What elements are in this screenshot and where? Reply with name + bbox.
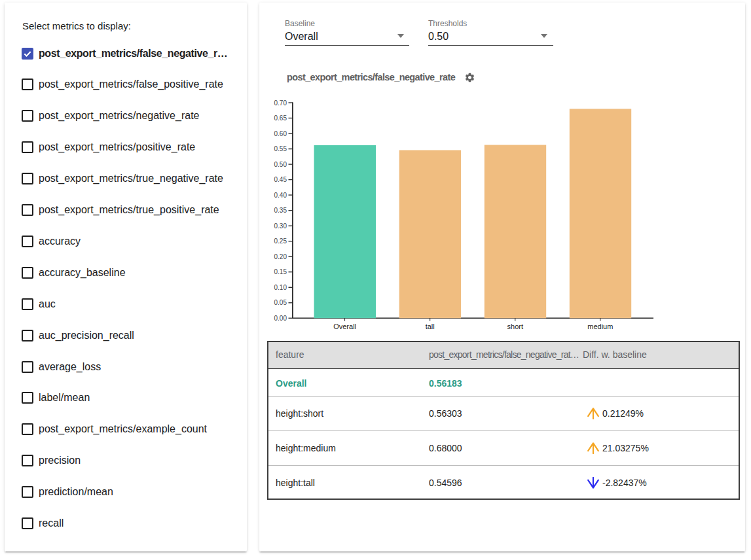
svg-text:0.15: 0.15 [274, 268, 287, 275]
svg-text:0.20: 0.20 [274, 253, 287, 260]
svg-text:0.40: 0.40 [274, 192, 287, 199]
svg-text:0.70: 0.70 [274, 99, 287, 107]
svg-text:medium: medium [587, 323, 613, 330]
svg-text:0.00: 0.00 [274, 315, 287, 322]
svg-text:short: short [507, 323, 523, 330]
svg-text:0.55: 0.55 [274, 145, 287, 152]
svg-text:0.30: 0.30 [274, 222, 287, 230]
svg-text:0.35: 0.35 [274, 207, 287, 214]
svg-text:Overall: Overall [333, 323, 356, 330]
svg-text:0.05: 0.05 [274, 299, 287, 306]
svg-text:0.45: 0.45 [274, 176, 287, 183]
svg-text:0.50: 0.50 [274, 161, 287, 168]
svg-text:0.10: 0.10 [274, 284, 287, 291]
svg-text:0.60: 0.60 [274, 130, 287, 137]
svg-text:0.25: 0.25 [274, 237, 287, 245]
svg-text:tall: tall [426, 323, 435, 330]
svg-text:0.65: 0.65 [274, 114, 287, 122]
